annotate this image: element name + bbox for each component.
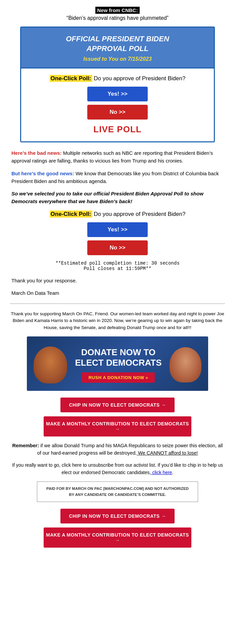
good-news-label: But here’s the good news:: [11, 171, 74, 176]
banner-faces-container: DONATE NOW TO ELECT DEMOCRATS RUSH A DON…: [34, 347, 201, 383]
team-name: March On Data Team: [10, 289, 225, 297]
banner-center-content: DONATE NOW TO ELECT DEMOCRATS RUSH A DON…: [67, 347, 170, 382]
monthly-contribution-button-1[interactable]: MAKE A MONTHLY CONTRIBUTION TO ELECT DEM…: [44, 416, 191, 436]
cannot-afford-text: We CANNOT afford to lose!: [137, 450, 198, 456]
face-left-silhouette: [34, 347, 67, 383]
thank-you: Thank you for your response.: [10, 277, 225, 284]
one-click-label-2: One-Click Poll:: [50, 211, 92, 218]
yes-button-1[interactable]: Yes! >>: [87, 87, 148, 101]
poll-question-2: One-Click Poll: Do you approve of Presid…: [10, 211, 225, 218]
no-button-1[interactable]: No >>: [87, 105, 148, 120]
disclaimer-box: PAID FOR BY MARCH ON PAC [MARCHONPAC.COM…: [37, 481, 198, 502]
good-news-section: But here’s the good news: We know that D…: [10, 170, 225, 185]
yes-button-2[interactable]: Yes! >>: [87, 222, 148, 237]
unsubscribe-section: If you really want to go, click here to …: [10, 462, 225, 476]
disclaimer-text: PAID FOR BY MARCH ON PAC [MARCHONPAC.COM…: [46, 487, 189, 496]
chip-in-button-2[interactable]: CHIP IN NOW TO ELECT DEMOCRATS →: [60, 509, 175, 523]
donate-banner-title: DONATE NOW TO ELECT DEMOCRATS: [70, 347, 166, 368]
poll-question-1: One-Click Poll: Do you approve of Presid…: [31, 75, 204, 82]
chip-in-button-1[interactable]: CHIP IN NOW TO ELECT DEMOCRATS →: [60, 398, 175, 412]
poll-box-header: OFFICIAL PRESIDENT BIDEN APPROVAL POLL I…: [21, 28, 214, 67]
bad-news-section: Here’s the bad news: Multiple networks s…: [10, 149, 225, 165]
rush-donation-button[interactable]: RUSH A DONATION NOW »: [82, 372, 155, 383]
approval-quote: “Biden’s approval ratings have plummeted…: [10, 15, 225, 21]
header: New from CNBC: “Biden’s approval ratings…: [10, 7, 225, 21]
remember-label: Remember:: [12, 443, 39, 448]
no-button-2[interactable]: No >>: [87, 240, 148, 255]
one-click-label-1: One-Click Poll:: [50, 75, 92, 82]
cnbc-label: New from CNBC:: [95, 7, 140, 14]
divider-1: [10, 304, 225, 304]
poll-completion: **Estimated poll completion time: 30 sec…: [10, 261, 225, 271]
selected-text: So we’ve selected you to take our offici…: [10, 190, 225, 205]
live-poll-label: LIVE POLL: [31, 124, 204, 135]
donate-banner-bg: DONATE NOW TO ELECT DEMOCRATS RUSH A DON…: [27, 336, 208, 391]
second-poll-section: One-Click Poll: Do you approve of Presid…: [10, 211, 225, 255]
face-right-silhouette: [170, 347, 201, 382]
poll-box-body: One-Click Poll: Do you approve of Presid…: [21, 67, 214, 141]
bad-news-label: Here’s the bad news:: [11, 150, 62, 156]
poll-title: OFFICIAL PRESIDENT BIDEN APPROVAL POLL: [27, 34, 208, 53]
monthly-contribution-button-2[interactable]: MAKE A MONTHLY CONTRIBUTION TO ELECT DEM…: [44, 527, 191, 548]
support-text: Thank you for supporting March On PAC, F…: [10, 311, 225, 331]
remember-section: Remember: if we allow Donald Trump and h…: [10, 442, 225, 457]
donate-banner: DONATE NOW TO ELECT DEMOCRATS RUSH A DON…: [27, 336, 208, 391]
click-here-link[interactable]: click here: [151, 470, 172, 475]
poll-box-1: OFFICIAL PRESIDENT BIDEN APPROVAL POLL I…: [20, 27, 215, 142]
bottom-buttons: CHIP IN NOW TO ELECT DEMOCRATS → MAKE A …: [10, 509, 225, 548]
poll-date: Issued to You on 7/15/2023: [27, 56, 208, 62]
